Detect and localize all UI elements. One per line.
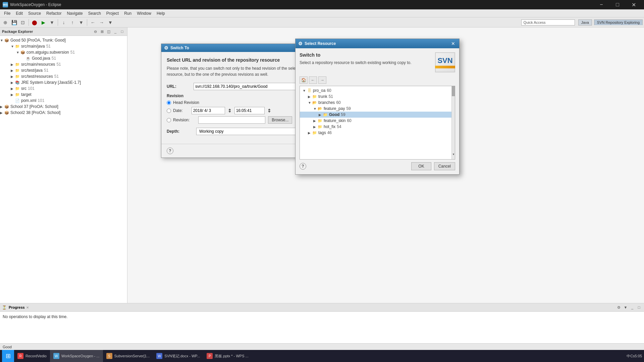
resource-tree-feature-skin[interactable]: ▶ 📁 feature_skin 60 (300, 118, 455, 124)
select-resource-icon: ⚙ (298, 41, 303, 46)
select-resource-footer-btns: OK Cancel (411, 162, 455, 170)
time-input[interactable] (234, 107, 265, 114)
tags-icon: 📁 (312, 130, 317, 135)
resource-toolbar: 🏠 ← → (300, 76, 455, 84)
select-resource-desc: Select a repository resource to switch e… (300, 60, 431, 66)
pro-oa-toggle[interactable]: ▼ (303, 89, 307, 93)
head-revision-label: Head Revision (173, 100, 199, 105)
svn-logo: SVN (435, 52, 455, 72)
select-resource-help-icon[interactable]: ? (300, 163, 306, 170)
select-resource-heading: Switch to (300, 52, 431, 58)
select-resource-footer: ? OK Cancel (300, 160, 455, 170)
resource-tree-trunk[interactable]: ▶ 📁 trunk 51 (300, 94, 455, 100)
revision-input[interactable] (198, 116, 265, 124)
resource-tree-hot-fix[interactable]: ▶ 📁 hot_fix 54 (300, 124, 455, 130)
resource-tree-branches[interactable]: ▼ 📂 branches 60 (300, 100, 455, 106)
good-toggle[interactable]: ▶ (319, 113, 323, 117)
branches-icon: 📂 (312, 100, 317, 105)
scroll-down-btn[interactable]: ▼ (452, 153, 455, 156)
resource-back-btn[interactable]: ← (309, 76, 317, 84)
dialog-overlay: ⚙ Switch To Select URL and revision of t… (0, 0, 644, 362)
switch-to-icon: ⚙ (164, 45, 168, 51)
date-inputs: ⇕ ⇕ (192, 107, 271, 114)
select-resource-cancel-btn[interactable]: Cancel (434, 162, 455, 170)
tags-toggle[interactable]: ▶ (308, 131, 312, 135)
hot-fix-icon: 📁 (317, 124, 323, 129)
date-input[interactable] (192, 107, 225, 114)
select-resource-title-bar: ⚙ Select Resource ✕ (296, 39, 459, 48)
tree-scrollbar-thumb[interactable] (452, 86, 455, 96)
select-resource-ok-btn[interactable]: OK (411, 162, 431, 170)
revision-label2: Revision: (173, 118, 190, 122)
tree-scrollbar[interactable]: ▼ (451, 86, 455, 159)
svn-logo-bar (435, 66, 455, 68)
revision-inputs: Browse... (198, 116, 292, 124)
resource-forward-btn[interactable]: → (318, 76, 326, 84)
resource-tree-good[interactable]: ▶ 📁 Good 59 (300, 112, 455, 118)
feature-skin-label: feature_skin (324, 118, 345, 123)
feature-skin-icon: 📁 (317, 118, 323, 123)
branches-toggle[interactable]: ▼ (308, 101, 312, 105)
revision-radio[interactable] (167, 118, 171, 122)
switch-to-help-icon[interactable]: ? (167, 147, 173, 154)
select-resource-header: Switch to Select a repository resource t… (300, 52, 455, 72)
resource-tree-pro-oa[interactable]: ▼ 🗄 pro_oa 60 (300, 87, 455, 94)
feature-skin-num: 60 (347, 118, 351, 123)
trunk-toggle[interactable]: ▶ (308, 95, 312, 99)
hot-fix-label: hot_fix (324, 124, 335, 129)
good-label: Good (329, 112, 339, 117)
head-revision-radio[interactable] (167, 101, 171, 105)
trunk-num: 51 (329, 94, 333, 99)
pro-oa-label: pro_oa (313, 88, 325, 93)
resource-tree-tags[interactable]: ▶ 📁 tags 46 (300, 130, 455, 136)
branches-label: branches (318, 100, 335, 105)
good-icon: 📁 (323, 112, 328, 117)
branches-num: 60 (336, 100, 340, 105)
svn-logo-text: SVN (437, 56, 452, 65)
feature-pay-num: 59 (346, 106, 351, 111)
depth-label: Depth: (167, 129, 194, 134)
date-spinner[interactable]: ⇕ (228, 108, 232, 113)
trunk-label: trunk (318, 94, 327, 99)
select-resource-dialog: ⚙ Select Resource ✕ Switch to Select a r… (295, 39, 460, 175)
resource-tree: ▼ 🗄 pro_oa 60 ▶ 📁 trunk 51 (300, 86, 455, 160)
feature-pay-label: feature_pay (324, 106, 345, 111)
hot-fix-toggle[interactable]: ▶ (313, 125, 317, 129)
resource-tree-feature-pay[interactable]: ▼ 📂 feature_pay 59 (300, 106, 455, 112)
trunk-icon: 📁 (312, 94, 317, 99)
select-resource-body: Switch to Select a repository resource t… (296, 48, 459, 174)
select-resource-text: Switch to Select a repository resource t… (300, 52, 431, 72)
select-resource-title: Select Resource (305, 41, 450, 46)
date-label: Date: (173, 108, 183, 113)
tags-label: tags (318, 130, 326, 135)
resource-home-btn[interactable]: 🏠 (300, 76, 308, 84)
pro-oa-icon: 🗄 (307, 88, 312, 93)
feature-skin-toggle[interactable]: ▶ (313, 119, 317, 123)
feature-pay-icon: 📂 (317, 106, 323, 111)
select-resource-close-btn[interactable]: ✕ (450, 40, 457, 47)
tags-num: 46 (327, 130, 332, 135)
feature-pay-toggle[interactable]: ▼ (313, 107, 317, 111)
date-radio[interactable] (167, 109, 171, 113)
good-num: 59 (341, 112, 345, 117)
pro-oa-num: 60 (327, 88, 331, 93)
url-label: URL: (167, 84, 194, 89)
time-spinner[interactable]: ⇕ (267, 108, 271, 113)
hot-fix-num: 54 (337, 124, 341, 129)
browse-button[interactable]: Browse... (268, 116, 292, 124)
